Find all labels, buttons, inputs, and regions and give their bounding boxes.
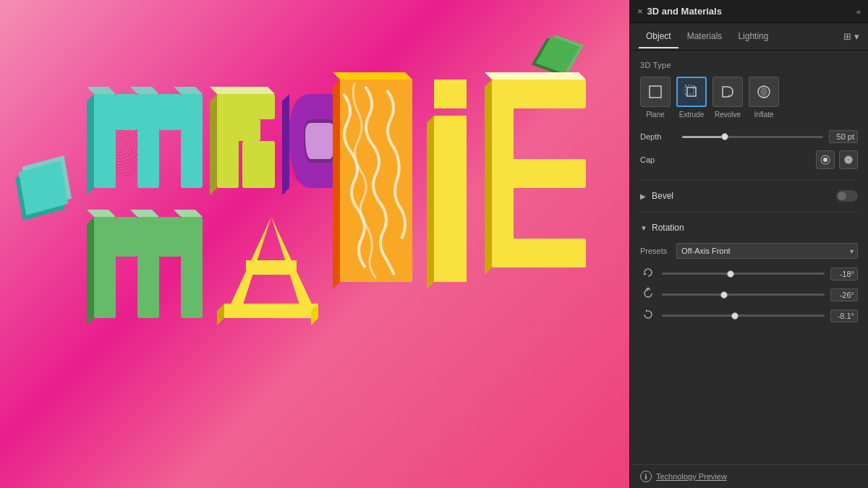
inflate-type-button[interactable]: Inflate: [749, 77, 779, 119]
svg-rect-20: [159, 217, 181, 257]
rotation-y-value[interactable]: -26°: [830, 288, 858, 301]
grid-view-icon[interactable]: ⊞: [843, 31, 851, 42]
svg-rect-44: [687, 87, 696, 96]
svg-rect-40: [492, 80, 514, 267]
svg-rect-11: [217, 119, 260, 141]
revolve-type-button[interactable]: Revolve: [712, 77, 743, 119]
bevel-title: Bevel: [652, 191, 836, 201]
canvas: [0, 0, 629, 488]
bevel-section-header[interactable]: ▶ Bevel: [640, 186, 858, 206]
svg-point-53: [844, 155, 853, 164]
rotation-z-row: -8.1°: [640, 308, 858, 323]
svg-marker-24: [174, 210, 203, 217]
rotation-x-thumb[interactable]: [727, 270, 734, 278]
presets-select[interactable]: Off-Axis Front Off-Axis Back Front Back …: [676, 243, 858, 259]
rotation-z-value[interactable]: -8.1°: [830, 309, 858, 322]
cap-label: Cap: [640, 155, 816, 164]
svg-marker-59: [646, 309, 648, 312]
rotation-z-thumb[interactable]: [731, 312, 739, 320]
rotation-section: ▼ Rotation Presets Off-Axis Front Off-Ax…: [640, 218, 858, 323]
cap-button-1[interactable]: [816, 150, 835, 169]
depth-slider-fill: [682, 136, 725, 138]
cube-teal-shape: [19, 161, 68, 215]
inflate-label: Inflate: [754, 111, 773, 119]
extrude-label: Extrude: [679, 111, 704, 119]
svg-marker-5: [87, 94, 94, 195]
svg-marker-23: [130, 210, 159, 217]
rotation-y-icon: [640, 287, 656, 302]
rotation-x-value[interactable]: -18°: [830, 267, 858, 281]
presets-label: Presets: [640, 247, 676, 255]
plane-icon: [640, 77, 671, 107]
svg-rect-34: [434, 116, 467, 282]
tabs-bar: Object Materials Lighting ⊞ ▾: [630, 23, 868, 51]
svg-marker-21: [87, 217, 94, 325]
presets-select-wrapper: Off-Axis Front Off-Axis Back Front Back …: [676, 243, 858, 259]
tab-materials[interactable]: Materials: [680, 25, 730, 48]
tab-lighting[interactable]: Lighting: [731, 25, 775, 48]
svg-marker-14: [210, 87, 275, 94]
svg-marker-55: [643, 273, 647, 275]
svg-rect-4: [159, 94, 181, 130]
type-buttons-group: Plane Extrude: [640, 77, 858, 119]
rotation-z-slider[interactable]: [662, 314, 825, 317]
tech-info-icon[interactable]: ℹ: [640, 471, 652, 482]
rotation-arrow-icon: ▼: [640, 224, 647, 232]
svg-rect-3: [116, 94, 137, 130]
plane-label: Plane: [646, 111, 665, 119]
svg-marker-41: [485, 80, 492, 275]
collapse-icon[interactable]: «: [856, 7, 861, 16]
rotation-y-row: -26°: [640, 287, 858, 302]
svg-marker-6: [87, 87, 116, 94]
plane-type-button[interactable]: Plane: [640, 77, 671, 119]
revolve-icon: [712, 77, 743, 107]
tech-preview-label[interactable]: Technology Preview: [656, 472, 727, 481]
panel-title: 3D and Materials: [643, 6, 856, 17]
cap-buttons-group: [816, 150, 858, 169]
rotation-y-slider[interactable]: [662, 294, 825, 296]
svg-marker-33: [333, 72, 412, 80]
svg-marker-36: [427, 116, 434, 289]
svg-point-50: [760, 87, 767, 97]
svg-rect-16: [94, 217, 116, 318]
inflate-icon: [749, 77, 779, 107]
cap-button-2[interactable]: [839, 150, 858, 169]
svg-marker-22: [87, 210, 116, 217]
bevel-toggle[interactable]: [836, 190, 858, 202]
rotation-section-header[interactable]: ▼ Rotation: [640, 218, 858, 237]
presets-row: Presets Off-Axis Front Off-Axis Back Fro…: [640, 243, 858, 259]
svg-marker-27: [224, 304, 318, 318]
rotation-x-row: -18°: [640, 266, 858, 281]
type-section-label: 3D Type: [640, 61, 858, 69]
depth-slider[interactable]: [682, 136, 823, 138]
svg-marker-13: [210, 94, 217, 195]
3d-text: [87, 58, 608, 455]
depth-slider-thumb[interactable]: [721, 133, 728, 140]
svg-marker-15: [282, 94, 289, 195]
close-icon[interactable]: ×: [637, 6, 643, 17]
svg-rect-2: [181, 94, 203, 188]
chevron-down-icon[interactable]: ▾: [854, 31, 859, 42]
svg-marker-42: [485, 72, 586, 80]
depth-value[interactable]: 50 pt: [829, 130, 858, 143]
svg-marker-7: [130, 87, 159, 94]
svg-marker-28: [246, 260, 297, 275]
revolve-label: Revolve: [715, 111, 741, 119]
depth-label: Depth: [640, 132, 676, 141]
svg-rect-17: [137, 217, 159, 318]
svg-point-52: [823, 158, 827, 162]
panel-titlebar: × 3D and Materials «: [630, 0, 868, 23]
rotation-title: Rotation: [652, 223, 858, 233]
rotation-y-thumb[interactable]: [720, 291, 728, 299]
svg-rect-10: [217, 94, 275, 119]
rotation-x-icon: [640, 266, 656, 281]
tab-object[interactable]: Object: [639, 25, 678, 48]
svg-marker-32: [333, 80, 340, 289]
svg-rect-18: [181, 217, 203, 318]
svg-rect-19: [116, 217, 137, 257]
extrude-type-button[interactable]: Extrude: [676, 77, 707, 119]
3d-materials-panel: × 3D and Materials « Object Materials Li…: [629, 0, 868, 488]
svg-rect-43: [650, 86, 661, 98]
rotation-x-slider[interactable]: [662, 273, 825, 275]
svg-rect-1: [137, 94, 159, 188]
